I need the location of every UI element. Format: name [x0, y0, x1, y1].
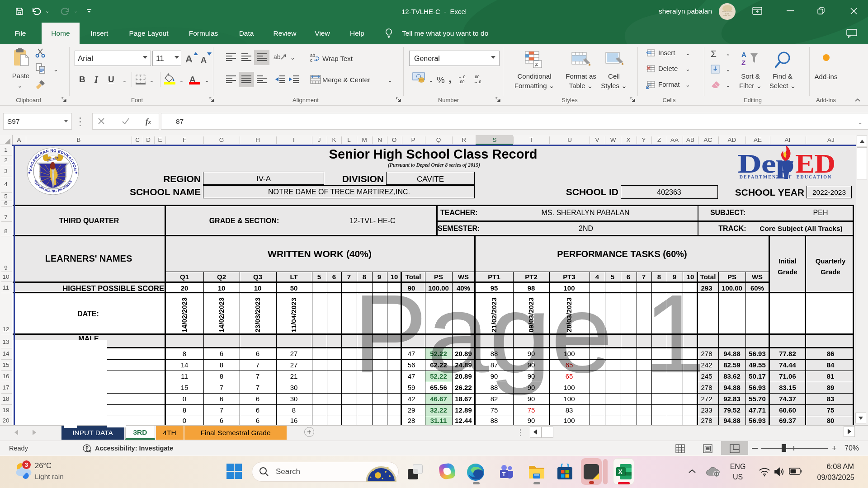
svg-text:→.0: →.0 [474, 80, 481, 84]
svg-text:c: c [310, 58, 312, 63]
svg-text:A: A [741, 51, 746, 58]
svg-text:ab: ab [310, 53, 316, 58]
svg-text:.00: .00 [459, 80, 465, 84]
svg-text:X: X [618, 468, 623, 475]
svg-text:Z: Z [741, 59, 745, 66]
svg-text:T: T [502, 471, 506, 478]
svg-text:.00: .00 [474, 75, 480, 79]
svg-text:≠: ≠ [535, 61, 538, 68]
svg-text:←.0: ←.0 [458, 75, 466, 79]
